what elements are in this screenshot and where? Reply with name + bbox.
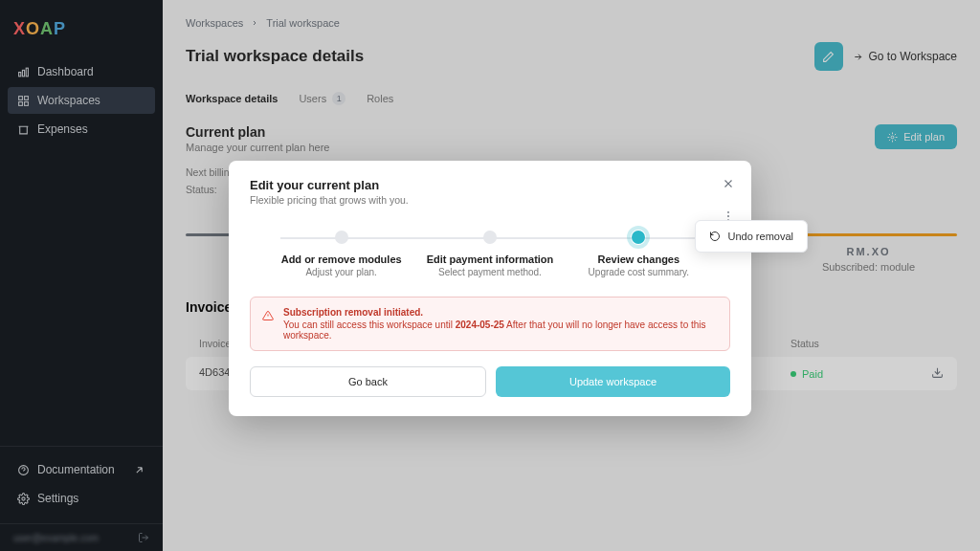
modal-subtitle: Flexible pricing that grows with you. bbox=[250, 194, 730, 206]
close-icon bbox=[722, 177, 735, 190]
edit-plan-modal: Edit your current plan Flexible pricing … bbox=[229, 161, 751, 416]
svg-point-10 bbox=[727, 211, 729, 213]
update-workspace-button[interactable]: Update workspace bbox=[496, 366, 730, 397]
modal-dropdown-menu: Undo removal bbox=[695, 220, 808, 253]
modal-actions: Go back Update workspace bbox=[250, 366, 730, 397]
step-review: Review changes Upgrade cost summary. bbox=[565, 231, 713, 277]
alert-body: Subscription removal initiated. You can … bbox=[283, 307, 718, 341]
stepper: Add or remove modules Adjust your plan. … bbox=[267, 231, 713, 277]
alert-message: You can still access this workspace unti… bbox=[283, 320, 718, 341]
svg-point-11 bbox=[727, 215, 729, 217]
step-add-remove: Add or remove modules Adjust your plan. bbox=[267, 231, 415, 277]
undo-icon bbox=[709, 231, 721, 242]
step-dot-icon bbox=[483, 231, 497, 244]
subscription-removal-alert: Subscription removal initiated. You can … bbox=[250, 297, 730, 351]
warning-icon bbox=[262, 308, 274, 325]
step-dot-icon bbox=[632, 231, 645, 244]
go-back-button[interactable]: Go back bbox=[250, 366, 486, 397]
undo-removal-label: Undo removal bbox=[728, 231, 793, 242]
step-dot-icon bbox=[335, 231, 348, 244]
undo-removal-item[interactable]: Undo removal bbox=[700, 225, 803, 248]
modal-close-button[interactable] bbox=[719, 174, 738, 193]
alert-title: Subscription removal initiated. bbox=[283, 307, 718, 318]
modal-title: Edit your current plan bbox=[250, 178, 730, 192]
step-payment: Edit payment information Select payment … bbox=[415, 231, 564, 277]
